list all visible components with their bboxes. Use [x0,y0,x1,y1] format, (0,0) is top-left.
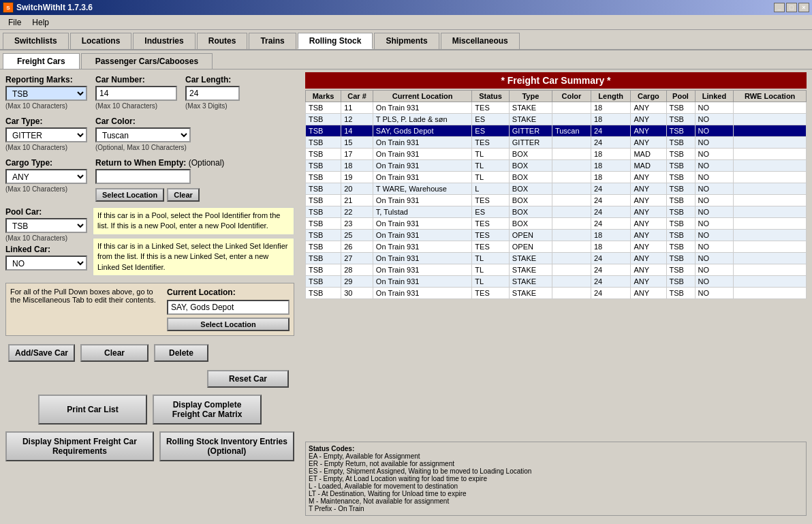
print-car-list-button[interactable]: Print Car List [38,395,147,425]
tab-shipments[interactable]: Shipments [374,33,439,49]
tab-trains[interactable]: Trains [249,33,296,49]
pool-tooltip: If this car is in a Pool, select the Poo… [93,207,294,235]
table-row[interactable]: TSB11On Train 931TESSTAKE18ANYTSBNO [306,102,807,114]
tab-rolling-stock[interactable]: Rolling Stock [298,33,373,49]
col-type: Type [509,91,552,102]
col-rwe: RWE Location [734,91,807,102]
table-row[interactable]: TSB29On Train 931TLSTAKE24ANYTSBNO [306,276,807,288]
table-row[interactable]: TSB18On Train 931TLBOX18MADTSBNO [306,160,807,172]
add-save-button[interactable]: Add/Save Car [8,344,75,362]
car-number-label: Car Number: [95,75,177,84]
table-row[interactable]: TSB22T, TulstadESBOX24ANYTSBNO [306,206,807,218]
tab-freight-cars[interactable]: Freight Cars [3,53,80,69]
file-menu[interactable]: File [3,16,27,29]
cargo-type-select[interactable]: ANY [5,169,87,184]
col-pool: Pool [666,91,695,102]
linked-car-group: Linked Car: NO [5,245,87,271]
clear-btn-1[interactable]: Clear [167,188,200,202]
return-empty-input[interactable] [95,169,191,184]
menu-bar: File Help [0,15,812,30]
col-linked: Linked [695,91,734,102]
table-row[interactable]: TSB28On Train 931TLSTAKE24ANYTSBNO [306,264,807,276]
row-basic-info: Reporting Marks: TSB (Max 10 Characters)… [5,75,294,110]
reporting-marks-select[interactable]: TSB [5,86,87,101]
linked-tooltip: If this car is in a Linked Set, select t… [93,238,294,276]
table-row[interactable]: TSB12T PLS, P. Lade & sønESSTAKE18ANYTSB… [306,114,807,125]
reporting-marks-group: Reporting Marks: TSB (Max 10 Characters) [5,75,87,110]
car-color-select[interactable]: Tuscan [95,127,191,142]
display-matrix-button[interactable]: Display CompleteFreight Car Matrix [153,395,262,425]
tab-locations[interactable]: Locations [70,33,132,49]
cargo-type-sublabel: (Max 10 Characters) [5,185,87,193]
table-row[interactable]: TSB26On Train 931TESOPEN18ANYTSBNO [306,241,807,253]
car-type-select[interactable]: GITTER [5,127,87,142]
table-row[interactable]: TSB25On Train 931TESOPEN18ANYTSBNO [306,230,807,241]
car-length-group: Car Length: (Max 3 Digits) [185,75,240,110]
freight-car-table: Marks Car # Current Location Status Type… [305,90,807,299]
tab-miscellaneous[interactable]: Miscellaneous [441,33,520,49]
current-location-input[interactable] [167,300,290,315]
car-type-label: Car Type: [5,117,87,126]
table-row[interactable]: TSB23On Train 931TESBOX24ANYTSBNO [306,218,807,230]
car-color-label: Car Color: [95,117,191,126]
car-length-input[interactable] [185,86,240,101]
tab-industries[interactable]: Industries [133,33,195,49]
return-empty-group: Return to When Empty: (Optional) Select … [95,158,224,202]
table-row[interactable]: TSB17On Train 931TLBOX18MADTSBNO [306,149,807,160]
help-menu[interactable]: Help [27,16,54,29]
col-length: Length [591,91,631,102]
car-number-input[interactable] [95,86,177,101]
car-color-group: Car Color: Tuscan (Optional, Max 10 Char… [95,117,191,151]
clear-button[interactable]: Clear [80,344,149,362]
select-location-btn-2[interactable]: Select Location [167,318,290,331]
col-status: Status [472,91,509,102]
tab-switchlists[interactable]: Switchlists [3,33,69,49]
car-type-sublabel: (Max 10 Characters) [5,144,87,151]
car-number-sublabel: (Max 10 Characters) [95,102,177,110]
return-empty-label: Return to When Empty: (Optional) [95,158,224,168]
table-row[interactable]: TSB21On Train 931TESBOX24ANYTSBNO [306,195,807,206]
display-shipment-button[interactable]: Display Shipment Freight Car Requirement… [5,431,154,461]
linked-car-select[interactable]: NO [5,256,87,271]
pool-car-group: Pool Car: TSB (Max 10 Characters) [5,207,87,242]
minimize-button[interactable]: _ [774,3,785,12]
car-color-sublabel: (Optional, Max 10 Characters) [95,144,191,151]
pool-car-select[interactable]: TSB [5,218,87,233]
col-car: Car # [341,91,373,102]
col-color: Color [552,91,591,102]
window-controls[interactable]: _ □ × [774,3,809,12]
tab-routes[interactable]: Routes [197,33,248,49]
status-codes-title: Status Codes: [309,445,803,452]
reset-car-button[interactable]: Reset Car [207,370,289,388]
car-length-sublabel: (Max 3 Digits) [185,102,240,110]
row-cargo-return: Cargo Type: ANY (Max 10 Characters) Retu… [5,158,294,202]
main-content: Reporting Marks: TSB (Max 10 Characters)… [0,70,812,519]
table-header-row: Marks Car # Current Location Status Type… [306,91,807,102]
action-buttons-row: Add/Save Car Clear Delete [5,341,294,365]
pool-car-sublabel: (Max 10 Characters) [5,234,87,242]
table-row[interactable]: TSB15On Train 931TESGITTER24ANYTSBNO [306,137,807,149]
tab-passenger-cars[interactable]: Passenger Cars/Cabooses [81,53,213,69]
select-location-btn-1[interactable]: Select Location [95,188,164,202]
table-row[interactable]: TSB14SAY, Gods DepotESGITTERTuscan24ANYT… [306,125,807,137]
car-type-group: Car Type: GITTER (Max 10 Characters) [5,117,87,151]
linked-car-label: Linked Car: [5,245,87,254]
close-button[interactable]: × [798,3,809,12]
table-row[interactable]: TSB27On Train 931TLSTAKE24ANYTSBNO [306,253,807,264]
app-icon: S [3,2,14,13]
delete-button[interactable]: Delete [154,344,208,362]
right-panel: * Freight Car Summary * Marks Car # Curr… [300,70,812,519]
sub-tab-bar: Freight Cars Passenger Cars/Cabooses [0,50,812,70]
col-cargo: Cargo [631,91,666,102]
cargo-type-group: Cargo Type: ANY (Max 10 Characters) [5,158,87,193]
maximize-button[interactable]: □ [786,3,797,12]
pool-car-label: Pool Car: [5,207,87,217]
reporting-marks-sublabel: (Max 10 Characters) [5,102,87,110]
left-panel: Reporting Marks: TSB (Max 10 Characters)… [0,70,300,519]
inventory-entries-button[interactable]: Rolling Stock Inventory Entries(Optional… [159,431,294,461]
main-tab-bar: Switchlists Locations Industries Routes … [0,30,812,50]
col-marks: Marks [306,91,341,102]
table-row[interactable]: TSB20T WARE, WarehouseLBOX24ANYTSBNO [306,183,807,195]
table-row[interactable]: TSB30On Train 931TESSTAKE24ANYTSBNO [306,288,807,299]
table-row[interactable]: TSB19On Train 931TLBOX18ANYTSBNO [306,172,807,183]
